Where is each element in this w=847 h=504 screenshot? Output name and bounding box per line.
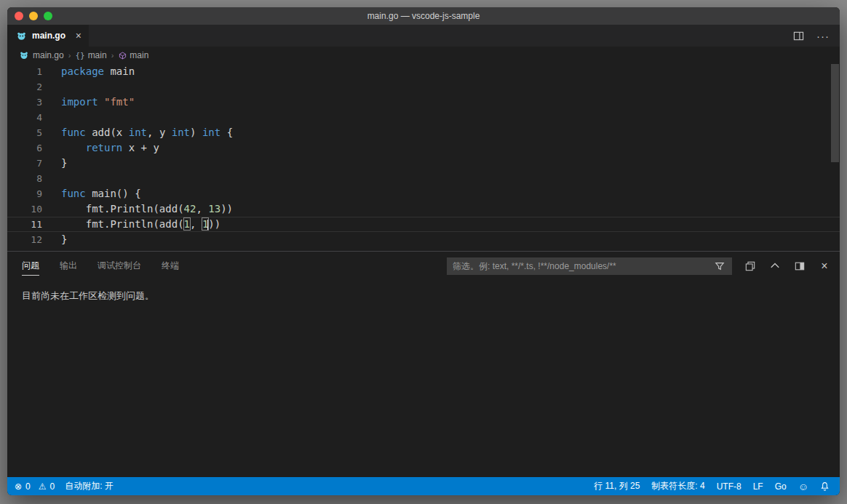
line-number[interactable]: 10 (7, 201, 42, 217)
warning-icon: ⚠ (39, 482, 47, 491)
filter-icon[interactable] (713, 260, 726, 273)
code-line[interactable]: 13 (7, 247, 840, 251)
cursor-position[interactable]: 行 11, 列 25 (594, 480, 640, 492)
vscode-window: main.go — vscode-js-sample main.go × ···… (7, 7, 840, 495)
line-number[interactable]: 8 (7, 171, 42, 186)
breadcrumb-file[interactable]: main.go (33, 50, 64, 60)
code-text (42, 247, 61, 251)
tab-close-icon[interactable]: × (76, 31, 81, 41)
code-text: func add(x int, y int) int { (42, 125, 233, 140)
breadcrumb-separator: › (68, 51, 71, 60)
code-text: package main (42, 64, 135, 79)
editor-scrollbar[interactable] (830, 64, 840, 251)
split-editor-icon[interactable] (792, 29, 805, 42)
code-text: return x + y (42, 140, 159, 156)
panel-actions: × (744, 260, 831, 273)
symbol-icon (118, 51, 127, 60)
line-number[interactable]: 13 (7, 247, 42, 251)
status-bar: ⊗ 0 ⚠ 0 自动附加: 开 行 11, 列 25 制表符长度: 4 UTF-… (7, 477, 840, 495)
code-line[interactable]: 9func main() { (7, 186, 840, 201)
code-line[interactable]: 6 return x + y (7, 140, 840, 156)
tab-main-go[interactable]: main.go × (7, 25, 89, 47)
code-line[interactable]: 11 fmt.Println(add(1, 1)) (7, 217, 840, 232)
language-mode[interactable]: Go (775, 481, 787, 492)
line-number[interactable]: 3 (7, 95, 42, 110)
bottom-panel: 问题 输出 调试控制台 终端 筛选。例: text, **/*.ts, !**/… (7, 251, 840, 477)
problems-counter[interactable]: ⊗ 0 ⚠ 0 (15, 481, 55, 492)
breadcrumb-separator: › (111, 51, 114, 60)
filter-placeholder: 筛选。例: text, **/*.ts, !**/node_modules/** (453, 260, 713, 273)
panel-header: 问题 输出 调试控制台 终端 筛选。例: text, **/*.ts, !**/… (7, 252, 840, 281)
code-line[interactable]: 7} (7, 156, 840, 171)
close-window-button[interactable] (15, 12, 23, 20)
breadcrumb-package[interactable]: {} main (75, 50, 106, 60)
encoding-indicator[interactable]: UTF-8 (717, 481, 741, 492)
go-file-icon (19, 51, 28, 60)
code-line[interactable]: 2 (7, 79, 840, 95)
line-number[interactable]: 1 (7, 64, 42, 79)
zoom-window-button[interactable] (44, 12, 52, 20)
breadcrumb-symbol[interactable]: main (118, 50, 148, 60)
close-panel-icon[interactable]: × (818, 260, 831, 273)
code-text (42, 79, 61, 95)
minimize-window-button[interactable] (29, 12, 38, 20)
code-text: fmt.Println(add(42, 13)) (42, 201, 233, 217)
traffic-lights (15, 12, 52, 20)
namespace-icon: {} (75, 51, 84, 60)
status-bar-left: ⊗ 0 ⚠ 0 自动附加: 开 (15, 480, 114, 492)
code-line[interactable]: 1package main (7, 64, 840, 79)
tab-label: main.go (32, 31, 65, 41)
code-line[interactable]: 8 (7, 171, 840, 186)
code-editor[interactable]: 1package main23import "fmt"45func add(x … (7, 64, 840, 251)
window-title: main.go — vscode-js-sample (367, 11, 480, 21)
collapse-all-icon[interactable] (744, 260, 757, 273)
scrollbar-thumb[interactable] (831, 64, 839, 162)
code-line[interactable]: 3import "fmt" (7, 95, 840, 110)
no-problems-message: 目前尚未在工作区检测到问题。 (22, 290, 154, 301)
code-text: fmt.Println(add(1, 1)) (42, 217, 220, 232)
editor-lines: 1package main23import "fmt"45func add(x … (7, 64, 840, 251)
tab-bar-actions: ··· (792, 25, 840, 47)
code-text (42, 110, 61, 125)
panel-tab-terminal[interactable]: 终端 (162, 257, 179, 276)
line-number[interactable]: 6 (7, 140, 42, 156)
code-line[interactable]: 10 fmt.Println(add(42, 13)) (7, 201, 840, 217)
panel-tab-debug-console[interactable]: 调试控制台 (98, 257, 141, 276)
panel-layout-icon[interactable] (793, 260, 806, 273)
status-bar-right: 行 11, 列 25 制表符长度: 4 UTF-8 LF Go ☺ (594, 480, 832, 492)
problems-panel-content: 目前尚未在工作区检测到问题。 (7, 281, 840, 311)
panel-tabs: 问题 输出 调试控制台 终端 (22, 257, 179, 276)
tab-size-indicator[interactable]: 制表符长度: 4 (651, 480, 704, 492)
code-line[interactable]: 5func add(x int, y int) int { (7, 125, 840, 140)
code-text (42, 171, 61, 186)
feedback-smiley-icon[interactable]: ☺ (798, 481, 808, 492)
line-number[interactable]: 5 (7, 125, 42, 140)
editor-tab-bar: main.go × ··· (7, 25, 840, 47)
breadcrumb: main.go › {} main › main (7, 47, 840, 64)
warning-count: 0 (50, 481, 55, 492)
maximize-panel-icon[interactable] (768, 260, 782, 273)
panel-tab-output[interactable]: 输出 (60, 257, 77, 276)
panel-tab-problems[interactable]: 问题 (22, 257, 39, 276)
go-file-icon (15, 29, 28, 42)
line-number[interactable]: 12 (7, 232, 42, 247)
auto-attach-status[interactable]: 自动附加: 开 (65, 480, 114, 492)
problems-filter-input[interactable]: 筛选。例: text, **/*.ts, !**/node_modules/** (447, 257, 732, 275)
code-text: func main() { (42, 186, 141, 201)
error-icon: ⊗ (15, 482, 22, 491)
line-number[interactable]: 7 (7, 156, 42, 171)
code-text: } (42, 156, 67, 171)
code-line[interactable]: 4 (7, 110, 840, 125)
code-text: import "fmt" (42, 95, 135, 110)
more-actions-icon[interactable]: ··· (816, 30, 830, 42)
code-text: } (42, 232, 67, 247)
line-number[interactable]: 2 (7, 79, 42, 95)
error-count: 0 (25, 481, 31, 492)
notifications-bell-icon[interactable] (820, 481, 830, 491)
eol-indicator[interactable]: LF (753, 481, 763, 492)
line-number[interactable]: 9 (7, 186, 42, 201)
code-line[interactable]: 12} (7, 232, 840, 247)
title-bar: main.go — vscode-js-sample (7, 7, 840, 25)
line-number[interactable]: 4 (7, 110, 42, 125)
line-number[interactable]: 11 (7, 217, 42, 232)
